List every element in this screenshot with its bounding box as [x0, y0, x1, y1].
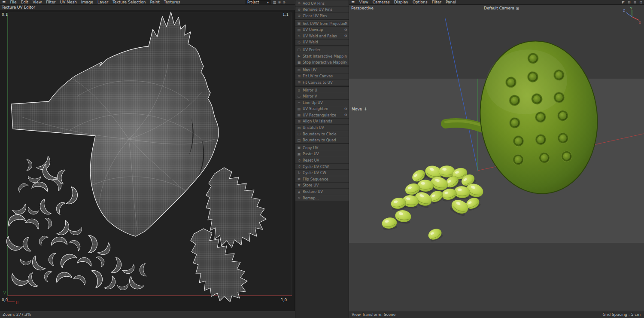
layer-stack-icon[interactable]: ≋ [278, 0, 281, 4]
project-dropdown[interactable]: Project ▾ [246, 0, 270, 4]
menu-textures[interactable]: Textures [162, 0, 182, 5]
uv-command-uv-unwrap[interactable]: ▤UV Unwrap⚙ [295, 27, 349, 33]
uv-command-add-uv-pins[interactable]: ⊕Add UV Pins [295, 0, 349, 7]
uv-command-uv-rectangularize[interactable]: ▦UV Rectangularize⚙ [295, 112, 349, 119]
cycle-uv-ccw-icon: ↺ [297, 165, 301, 168]
command-options-gear-icon[interactable]: ⚙ [344, 21, 347, 25]
menu-uv-mesh[interactable]: UV Mesh [58, 0, 79, 5]
histogram-icon[interactable]: ▥ [273, 0, 276, 4]
menu-view[interactable]: View [357, 0, 370, 5]
uv-command-max-uv[interactable]: ▭Max UV [295, 67, 349, 73]
tool-name: Move [352, 107, 362, 111]
lotus-pod-stem[interactable] [446, 121, 483, 128]
uv-command-label: Mirror V [303, 94, 347, 98]
uv-command-label: Stop Interactive Mapping [303, 60, 347, 64]
add-uv-pins-icon: ⊕ [297, 1, 301, 5]
pan-hand-icon[interactable]: ⊛ [283, 0, 286, 4]
uv-command-label: Store UV [303, 183, 347, 187]
select-arrow-icon[interactable]: ◤ [622, 0, 625, 4]
uv-command-uv-peeler[interactable]: ▢UV Peeler [295, 47, 349, 53]
uv-command-fit-uv-to-canvas[interactable]: ⊞Fit UV to Canvas [295, 73, 349, 80]
uv-command-set-uvw-from-projection[interactable]: ▣Set UVW from Projection⚙ [295, 21, 349, 27]
menu-image[interactable]: Image [79, 0, 95, 5]
boundary-to-circle-icon: ○ [297, 132, 301, 136]
fit-uv-to-canvas-icon: ⊞ [297, 74, 301, 78]
layout-grid-icon[interactable]: ⊞ [634, 0, 637, 4]
uv-command-uv-weld[interactable]: ◇UV Weld [295, 40, 349, 46]
menu-edit[interactable]: Edit [18, 0, 30, 5]
camera-swap-icon[interactable]: ▣ [516, 6, 519, 10]
uv-corner-label-01: 0,1 [2, 12, 8, 17]
menu-display[interactable]: Display [392, 0, 410, 5]
viewport-canvas-svg[interactable] [349, 5, 644, 311]
command-options-gear-icon[interactable]: ⚙ [344, 113, 347, 117]
command-options-gear-icon[interactable]: ⚙ [344, 107, 347, 111]
uv-command-remap[interactable]: ≈Remap... [295, 195, 349, 202]
menu-filter[interactable]: Filter [44, 0, 58, 5]
projection-label[interactable]: Perspective [351, 6, 374, 10]
menu-view[interactable]: View [30, 0, 44, 5]
uv-command-label: Restore UV [303, 190, 347, 194]
command-options-gear-icon[interactable]: ⚙ [344, 34, 347, 38]
float-window-icon[interactable]: ⊡ [639, 0, 642, 4]
menu-file[interactable]: File [8, 0, 18, 5]
uv-command-label: UV Straighten [303, 107, 347, 111]
uv-command-uv-straighten[interactable]: ▤UV Straighten⚙ [295, 106, 349, 113]
flip-sequence-icon: ⇄ [297, 177, 301, 181]
uv-command-cycle-uv-ccw[interactable]: ↺Cycle UV CCW [295, 164, 349, 170]
uv-axis-u-label: U [16, 301, 18, 305]
orientation-gizmo[interactable]: Y X Z [623, 6, 641, 25]
uv-command-label: Paste UV [303, 152, 347, 156]
stop-interactive-mapping-icon: ■ [297, 61, 301, 64]
uv-command-label: Align UV Islands [303, 119, 347, 123]
gizmo-z-axis [626, 12, 632, 17]
uv-command-restore-uv[interactable]: ▲Restore UV [295, 189, 349, 195]
uv-command-boundary-to-quad[interactable]: □Boundary to Quad [295, 137, 349, 144]
fit-canvas-to-uv-icon: ⊞ [297, 80, 301, 84]
uv-editor-canvas[interactable]: 0,1 1,1 0,0 1,0 V U [0, 10, 295, 311]
camera-label[interactable]: Default Camera ▣ [484, 6, 519, 10]
uv-command-store-uv[interactable]: ▼Store UV [295, 183, 349, 189]
viewport-menu-hamburger-icon[interactable]: ≡ [349, 0, 357, 4]
menu-options[interactable]: Options [410, 0, 430, 5]
uv-command-flip-sequence[interactable]: ⇄Flip Sequence [295, 176, 349, 183]
uv-command-stop-interactive-mapping[interactable]: ■Stop Interactive Mapping [295, 59, 349, 66]
uv-command-align-uv-islands[interactable]: ⊞Align UV Islands [295, 119, 349, 125]
uv-command-label: UV Unwrap [303, 28, 347, 32]
uv-canvas-svg[interactable]: 0,1 1,1 0,0 1,0 V U [0, 10, 295, 311]
uv-command-mirror-v[interactable]: ▭Mirror V [295, 93, 349, 100]
command-options-gear-icon[interactable]: ⚙ [344, 28, 347, 32]
menu-paint[interactable]: Paint [148, 0, 161, 5]
uv-command-cycle-uv-cw[interactable]: ↻Cycle UV CW [295, 170, 349, 176]
uv-command-boundary-to-circle[interactable]: ○Boundary to Circle [295, 131, 349, 138]
menu-panel[interactable]: Panel [444, 0, 458, 5]
uv-command-mirror-u[interactable]: ▯Mirror U [295, 87, 349, 94]
panel-menu-hamburger-icon[interactable]: ≡ [0, 0, 8, 4]
uv-weld-and-relax-icon: ◇ [297, 34, 301, 38]
uv-command-line-up-uv[interactable]: ≡Line Up UV [295, 100, 349, 106]
reset-uv-icon: ↺ [297, 159, 301, 162]
uv-command-start-interactive-mapping[interactable]: ▶Start Interactive Mapping [295, 53, 349, 60]
uv-command-uv-weld-and-relax[interactable]: ◇UV Weld and Relax⚙ [295, 33, 349, 40]
menu-filter[interactable]: Filter [430, 0, 444, 5]
gizmo-y-label: Y [630, 7, 632, 10]
uv-command-reset-uv[interactable]: ↺Reset UV [295, 157, 349, 164]
perspective-viewport[interactable]: Perspective Default Camera ▣ Move + Y X … [349, 5, 644, 311]
uv-command-copy-uv[interactable]: ▣Copy UV [295, 145, 349, 151]
uv-command-fit-canvas-to-uv[interactable]: ⊞Fit Canvas to UV [295, 80, 349, 86]
uv-command-label: Cycle UV CCW [303, 165, 347, 169]
uv-command-paste-uv[interactable]: ▣Paste UV [295, 151, 349, 158]
paste-uv-icon: ▣ [297, 152, 301, 156]
mirror-u-icon: ▯ [297, 88, 301, 92]
uv-corner-label-11: 1,1 [283, 12, 289, 17]
boundary-to-quad-icon: □ [297, 138, 301, 142]
dock-icon[interactable]: ⊟ [628, 0, 631, 4]
mirror-v-icon: ▭ [297, 95, 301, 98]
uv-command-clear-uv-pins[interactable]: ⊘Clear UV Pins [295, 13, 349, 19]
menu-layer[interactable]: Layer [95, 0, 110, 5]
menu-texture-selection[interactable]: Texture Selection [110, 0, 148, 5]
uv-command-remove-uv-pins[interactable]: ⊖Remove UV Pins [295, 7, 349, 13]
application-window: ≡ FileEditViewFilterUV MeshImageLayerTex… [0, 0, 644, 318]
uv-command-unstitch-uv[interactable]: ⋈Unstitch UV [295, 125, 349, 131]
menu-cameras[interactable]: Cameras [371, 0, 392, 5]
